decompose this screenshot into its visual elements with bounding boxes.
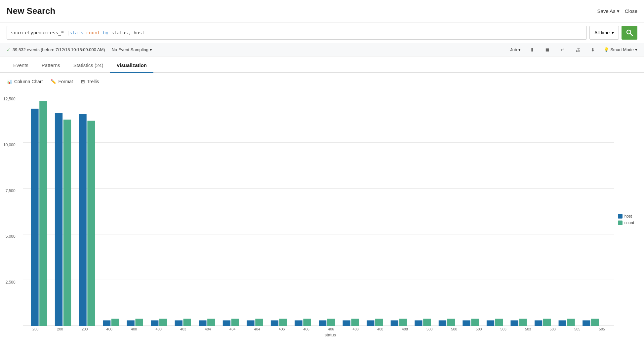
chart-legend: host count	[618, 214, 634, 225]
search-button[interactable]	[622, 26, 637, 40]
x-label: 408	[343, 327, 368, 331]
svg-rect-53	[567, 319, 575, 326]
x-label: 400	[122, 327, 146, 331]
x-label: 200	[72, 327, 97, 331]
svg-rect-24	[223, 320, 230, 326]
query-pipe: |	[67, 30, 69, 35]
svg-rect-47	[495, 319, 503, 326]
x-label: 400	[97, 327, 122, 331]
svg-rect-50	[535, 320, 542, 326]
chevron-down-icon: ▾	[612, 30, 614, 35]
svg-rect-15	[111, 319, 119, 326]
trellis-icon: ⊞	[81, 79, 85, 84]
chevron-down-icon: ▾	[150, 47, 152, 52]
x-label: 503	[491, 327, 516, 331]
smart-mode-label: Smart Mode	[610, 47, 634, 52]
download-button[interactable]: ⬇	[589, 46, 597, 53]
svg-rect-51	[543, 319, 551, 326]
tab-patterns[interactable]: Patterns	[35, 58, 67, 73]
x-label: 408	[368, 327, 393, 331]
search-icon	[626, 29, 633, 36]
legend-swatch-host	[618, 214, 623, 219]
save-as-button[interactable]: Save As ▾	[597, 8, 620, 14]
trellis-button[interactable]: ⊞ Trellis	[81, 79, 99, 84]
print-button[interactable]: 🖨	[573, 46, 582, 53]
y-label: 5,000	[6, 234, 16, 239]
column-chart-button[interactable]: 📊 Column Chart	[7, 79, 43, 84]
format-label: Format	[58, 79, 73, 84]
tab-events[interactable]: Events	[7, 58, 35, 73]
status-row: ✓ 39,532 events (before 7/12/18 10:15:09…	[0, 43, 644, 56]
legend-label-host: host	[624, 214, 632, 219]
job-label: Job	[510, 47, 517, 52]
svg-rect-12	[79, 114, 86, 326]
format-button[interactable]: ✏️ Format	[51, 79, 73, 84]
x-axis-labels: 200 200 200 400 400 400 403 404 404 404 …	[23, 326, 614, 331]
svg-rect-25	[231, 319, 239, 326]
legend-label-count: count	[624, 221, 634, 225]
svg-rect-34	[343, 320, 350, 326]
search-input-wrap[interactable]: sourcetype=access_* |stats count by stat…	[7, 26, 587, 40]
search-bar-row: sourcetype=access_* |stats count by stat…	[0, 22, 644, 43]
svg-rect-35	[351, 319, 359, 326]
svg-rect-30	[295, 320, 302, 326]
chart-svg	[23, 97, 614, 326]
x-label: 200	[48, 327, 73, 331]
check-icon: ✓	[7, 47, 11, 52]
time-range-label: All time	[594, 30, 610, 35]
svg-rect-14	[103, 320, 110, 326]
x-label: 503	[541, 327, 565, 331]
svg-rect-27	[255, 319, 263, 326]
x-label: 505	[565, 327, 590, 331]
query-stats: stats	[69, 30, 86, 35]
svg-rect-29	[279, 319, 287, 326]
time-range-button[interactable]: All time ▾	[589, 26, 619, 40]
column-chart-label: Column Chart	[14, 79, 43, 84]
job-button[interactable]: Job ▾	[510, 47, 521, 52]
trellis-label: Trellis	[87, 79, 99, 84]
x-label: 404	[196, 327, 221, 331]
chart-plot-area	[23, 97, 614, 326]
close-button[interactable]: Close	[625, 8, 637, 14]
x-label: 403	[171, 327, 196, 331]
svg-rect-23	[207, 319, 215, 326]
sampling-label: No Event Sampling	[112, 47, 148, 52]
svg-rect-20	[175, 320, 182, 326]
svg-rect-10	[55, 113, 62, 326]
y-label: 2,500	[6, 280, 16, 285]
tab-visualization[interactable]: Visualization	[110, 58, 153, 73]
svg-rect-21	[183, 319, 191, 326]
page-title: New Search	[7, 6, 55, 16]
chevron-down-icon: ▾	[617, 8, 620, 14]
save-as-label: Save As	[597, 8, 616, 14]
svg-rect-19	[159, 319, 167, 326]
query-fields: status, host	[111, 30, 144, 35]
sampling-button[interactable]: No Event Sampling ▾	[112, 47, 152, 52]
svg-rect-36	[367, 320, 374, 326]
pause-button[interactable]: ⏸	[527, 46, 536, 53]
y-label: 12,500	[3, 97, 16, 101]
event-count: ✓ 39,532 events (before 7/12/18 10:15:09…	[7, 47, 105, 52]
tabs-row: Events Patterns Statistics (24) Visualiz…	[0, 56, 644, 73]
smart-mode-button[interactable]: 💡 Smart Mode ▾	[604, 47, 637, 52]
x-label: 500	[442, 327, 467, 331]
stop-button[interactable]: ⏹	[543, 46, 552, 53]
svg-rect-32	[319, 320, 326, 326]
query-count: count	[86, 30, 103, 35]
svg-rect-26	[247, 320, 254, 326]
svg-rect-52	[559, 320, 566, 326]
top-bar-actions: Save As ▾ Close	[597, 8, 637, 14]
x-label: 406	[319, 327, 343, 331]
svg-rect-48	[510, 320, 518, 326]
x-label: 503	[516, 327, 541, 331]
svg-rect-9	[39, 101, 47, 326]
svg-rect-45	[471, 319, 479, 326]
lightbulb-icon: 💡	[604, 47, 609, 52]
x-label: 500	[417, 327, 442, 331]
x-label: 200	[23, 327, 48, 331]
y-label: 10,000	[3, 143, 16, 147]
tab-statistics[interactable]: Statistics (24)	[67, 58, 110, 73]
svg-rect-37	[375, 319, 383, 326]
share-button[interactable]: ↩	[558, 46, 567, 53]
svg-rect-39	[399, 319, 407, 326]
